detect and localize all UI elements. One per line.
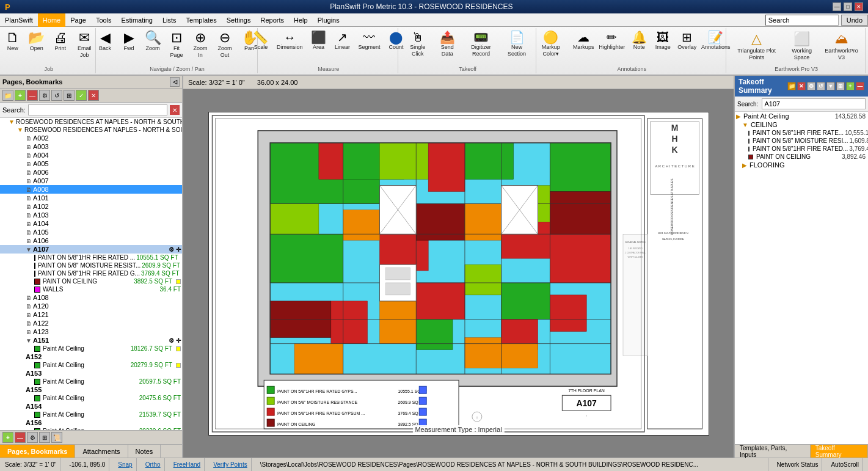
tab-pages-bookmarks[interactable]: Pages, Bookmarks xyxy=(0,445,75,458)
tree-root1[interactable]: ▼ ROSEWOOD RESIDENCES AT NAPLES - NORTH … xyxy=(0,118,182,126)
panel-tb-folder-btn[interactable]: 📁 xyxy=(2,90,13,101)
tree-a006[interactable]: 🗎A006 xyxy=(0,168,182,177)
overlay-button[interactable]: ⊞ Overlay xyxy=(676,29,698,53)
tree-a122[interactable]: 🗎A122 xyxy=(0,319,182,327)
menu-page[interactable]: Page xyxy=(65,13,91,27)
left-bottom-remove-btn[interactable]: — xyxy=(15,432,26,443)
left-bottom-add-btn[interactable]: + xyxy=(2,432,13,443)
right-panel-folder-btn[interactable]: 📁 xyxy=(787,82,796,90)
a151-vis-icon[interactable] xyxy=(176,346,181,351)
right-panel-filter-btn[interactable]: ▼ xyxy=(826,82,835,90)
tree-a153[interactable]: A153 xyxy=(0,369,182,378)
tab-notes[interactable]: Notes xyxy=(128,445,161,458)
tree-a107-paint1[interactable]: PAINT ON 5/8"1HR FIRE RATED ... 10555.1 … xyxy=(0,254,182,261)
canvas-container[interactable]: M H K A R C H I T E C T U R E ROSEWOOD R… xyxy=(183,89,734,458)
maximize-button[interactable]: □ xyxy=(844,2,852,11)
markups-button[interactable]: ☁ Markups xyxy=(571,29,596,53)
left-bottom-script-btn[interactable]: 📜 xyxy=(51,432,62,443)
earthworkprov3-button[interactable]: ⛰ EarthworkPro V3 xyxy=(822,29,861,63)
tree-root2[interactable]: ▼ ROSEWOOD RESIDENCES AT NAPLES - NORTH … xyxy=(0,126,182,134)
tree-a107-paint3[interactable]: PAINT ON 5/8"1HR FIRE RATED G... 3769.4 … xyxy=(0,269,182,277)
ceiling-vis-icon[interactable] xyxy=(176,279,181,284)
a107-add-icon[interactable]: ✛ xyxy=(176,246,181,253)
tree-a156[interactable]: A156 xyxy=(0,418,182,427)
left-tree-area[interactable]: ▼ ROSEWOOD RESIDENCES AT NAPLES - NORTH … xyxy=(0,118,182,430)
tree-a101[interactable]: 🗎A101 xyxy=(0,194,182,202)
menu-templates[interactable]: Templates xyxy=(181,13,222,27)
panel-tb-remove-btn[interactable]: — xyxy=(27,90,38,101)
tree-a155-paint[interactable]: Paint At Ceiling 20475.6 SQ FT xyxy=(0,394,182,402)
panel-tb-settings-btn[interactable]: ⚙ xyxy=(39,90,50,101)
segment-button[interactable]: 〰 Segment xyxy=(355,29,383,53)
right-tree-paint-rate2[interactable]: PAINT ON 5/8"1HR FIRE RATED... 3,769.45 xyxy=(735,145,868,153)
panel-tb-refresh-btn[interactable]: ↺ xyxy=(51,90,62,101)
tree-a003[interactable]: 🗎A003 xyxy=(0,142,182,151)
panel-tb-add-btn[interactable]: + xyxy=(15,90,26,101)
tree-a004[interactable]: 🗎A004 xyxy=(0,151,182,159)
menu-settings[interactable]: Settings xyxy=(222,13,256,27)
close-button[interactable]: ✕ xyxy=(855,2,863,11)
left-bottom-settings-btn[interactable]: ⚙ xyxy=(27,432,38,443)
singleclick-button[interactable]: 🖱 Single Click xyxy=(403,29,432,59)
a151-settings-icon[interactable]: ⚙ xyxy=(169,337,174,344)
tree-a151-paint[interactable]: Paint At Ceiling 18126.7 SQ FT xyxy=(0,345,182,352)
panel-tb-ok-btn[interactable]: ✓ xyxy=(76,90,87,101)
menu-home[interactable]: Home xyxy=(38,13,65,27)
right-tree-paint-rate1[interactable]: PAINT ON 5/8"1HR FIRE RATE... 10,555.10 xyxy=(735,129,868,137)
zoomin-button[interactable]: ⊕ Zoom In xyxy=(189,29,211,60)
undo-button[interactable]: Undo xyxy=(841,15,868,26)
menu-help[interactable]: Help xyxy=(289,13,313,27)
menu-plugins[interactable]: Plugins xyxy=(313,13,345,27)
triangulate-button[interactable]: △ Triangulate Plot Points xyxy=(731,29,782,63)
back-button[interactable]: ◀ Back xyxy=(94,29,116,54)
menu-estimating[interactable]: Estimating xyxy=(117,13,158,27)
markupcolor-button[interactable]: 🟡 Markup Color▾ xyxy=(532,29,569,59)
panel-collapse-btn[interactable]: ◁ xyxy=(170,77,180,87)
menu-tools[interactable]: Tools xyxy=(91,13,117,27)
menu-reports[interactable]: Reports xyxy=(255,13,289,27)
tree-a151[interactable]: ▼ A151 ⚙ ✛ xyxy=(0,336,182,345)
a107-settings-icon[interactable]: ⚙ xyxy=(169,246,174,253)
tree-a105[interactable]: 🗎A105 xyxy=(0,228,182,236)
right-panel-del-btn[interactable]: — xyxy=(856,82,864,90)
open-button[interactable]: 📂 Open xyxy=(26,29,48,54)
menu-planswift[interactable]: PlanSwift xyxy=(0,13,38,27)
tree-a104[interactable]: 🗎A104 xyxy=(0,219,182,228)
linear-button[interactable]: ↗ Linear xyxy=(331,29,353,53)
right-tree-paint-ceiling[interactable]: ▶ Paint At Ceiling 143,528.58 xyxy=(735,112,868,120)
panel-tb-x-btn[interactable]: ✕ xyxy=(88,90,99,101)
tree-a120[interactable]: 🗎A120 xyxy=(0,302,182,310)
right-panel-close-btn[interactable]: ✕ xyxy=(797,82,806,90)
newsection-button[interactable]: 📄 New Section xyxy=(501,29,532,59)
new-button[interactable]: 🗋 New xyxy=(2,29,24,54)
right-panel-settings-btn[interactable]: ⚙ xyxy=(807,82,815,90)
minimize-button[interactable]: — xyxy=(833,2,841,11)
tab-attachments[interactable]: Attachments xyxy=(75,445,128,458)
status-snap[interactable]: Snap xyxy=(114,458,136,471)
tree-a107-ceiling[interactable]: PAINT ON CEILING 3892.5 SQ FT xyxy=(0,277,182,285)
fwd-button[interactable]: ▶ Fwd xyxy=(118,29,140,54)
scale-button[interactable]: 📏 Scale xyxy=(250,29,272,53)
right-search-input[interactable] xyxy=(762,98,866,109)
tree-a107-walls[interactable]: WALLS 36.4 FT xyxy=(0,285,182,293)
tree-a154-paint[interactable]: Paint At Ceiling 21539.7 SQ FT xyxy=(0,411,182,418)
tree-a121[interactable]: 🗎A121 xyxy=(0,310,182,319)
tree-a152-paint[interactable]: Paint At Ceiling 20279.9 SQ FT xyxy=(0,361,182,369)
dimension-button[interactable]: ↔ Dimension xyxy=(274,29,306,53)
right-tree-area[interactable]: ▶ Paint At Ceiling 143,528.58 ▼ CEILING … xyxy=(735,112,868,444)
tree-a155[interactable]: A155 xyxy=(0,385,182,394)
menu-lists[interactable]: Lists xyxy=(158,13,181,27)
tree-a123[interactable]: 🗎A123 xyxy=(0,327,182,336)
right-panel-refresh-btn[interactable]: ↺ xyxy=(817,82,825,90)
left-search-input[interactable] xyxy=(28,104,167,115)
highlighter-button[interactable]: ✏ Highlighter xyxy=(597,29,626,53)
a151-add-icon[interactable]: ✛ xyxy=(176,337,181,344)
tree-a005[interactable]: 🗎A005 xyxy=(0,159,182,168)
senddata-button[interactable]: 📤 Send Data xyxy=(434,29,461,59)
right-panel-expand-btn[interactable]: ⊞ xyxy=(836,82,845,90)
email-button[interactable]: ✉ Email Job xyxy=(73,29,96,60)
right-tree-paint-moist[interactable]: PAINT ON 5/8" MOISTURE RESI... 1,609.86 xyxy=(735,137,868,145)
tab-templates-parts-inputs[interactable]: Templates, Parts, Inputs xyxy=(735,445,811,458)
zoomout-button[interactable]: ⊖ Zoom Out xyxy=(213,29,236,60)
tree-a106[interactable]: 🗎A106 xyxy=(0,236,182,245)
